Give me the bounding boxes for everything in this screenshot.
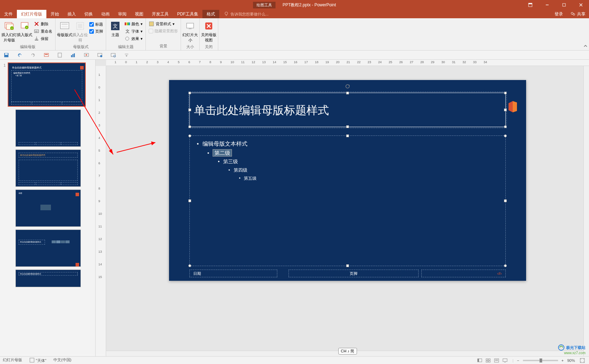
rotation-handle[interactable] bbox=[345, 84, 350, 89]
slideshow-button[interactable] bbox=[501, 357, 509, 364]
tab-file[interactable]: 文件 bbox=[0, 10, 17, 18]
qat-btn-6[interactable] bbox=[70, 52, 77, 59]
vertical-ruler[interactable]: 10123456789101112131415 bbox=[96, 66, 106, 356]
insert-slide-master-button[interactable]: + 插入幻灯片母版 bbox=[1, 19, 17, 44]
resize-handle-s[interactable] bbox=[346, 125, 349, 128]
slide-size-button[interactable]: 幻灯片大小 bbox=[182, 19, 198, 44]
title-checkbox[interactable]: 标题 bbox=[88, 21, 104, 28]
start-from-beginning-button[interactable] bbox=[83, 52, 90, 59]
body-level-2[interactable]: 第二级 bbox=[197, 149, 498, 158]
resize-handle-n[interactable] bbox=[346, 134, 349, 137]
fonts-button[interactable]: 文字体 ▾ bbox=[123, 28, 144, 35]
ribbon-display-options-button[interactable] bbox=[522, 0, 538, 10]
maximize-button[interactable] bbox=[556, 0, 572, 10]
hide-bg-checkbox[interactable]: 隐藏背景图形 bbox=[147, 28, 179, 34]
normal-view-button[interactable] bbox=[476, 357, 484, 364]
minimize-button[interactable] bbox=[539, 0, 555, 10]
login-button[interactable]: 登录 bbox=[551, 10, 567, 18]
master-layout-button[interactable]: 母版版式 bbox=[57, 19, 72, 44]
resize-handle-w[interactable] bbox=[188, 199, 191, 202]
layout-thumbnail[interactable]: 单击此处编辑母版标题样式 bbox=[15, 230, 81, 267]
slide-canvas-area[interactable]: 单击此处编辑母版标题样式 编辑母版文本样式 bbox=[106, 66, 589, 356]
qat-btn-8[interactable] bbox=[96, 52, 103, 59]
rename-button[interactable]: ab重命名 bbox=[32, 28, 54, 35]
share-button[interactable]: 共享 bbox=[567, 10, 589, 18]
resize-handle-s[interactable] bbox=[346, 264, 349, 267]
vertical-scrollbar[interactable] bbox=[583, 66, 589, 356]
status-font-theme[interactable]: "天体" bbox=[29, 357, 46, 363]
qat-btn-5[interactable] bbox=[56, 52, 63, 59]
resize-handle-ne[interactable] bbox=[504, 134, 507, 137]
body-level-3[interactable]: 第三级 bbox=[197, 158, 498, 166]
qat-customize-button[interactable] bbox=[123, 52, 130, 59]
undo-button[interactable] bbox=[16, 52, 23, 59]
office-logo-icon bbox=[506, 100, 520, 114]
body-level-5[interactable]: 第五级 bbox=[197, 174, 498, 183]
title-text[interactable]: 单击此处编辑母版标题样式 bbox=[190, 93, 505, 128]
background-styles-button[interactable]: 背景样式 ▾ bbox=[147, 20, 179, 27]
tab-insert[interactable]: 插入 bbox=[63, 10, 80, 18]
save-button[interactable] bbox=[3, 52, 10, 59]
layout-thumbnail[interactable] bbox=[15, 110, 81, 147]
zoom-in-button[interactable]: + bbox=[562, 358, 564, 363]
tab-pdf-tools[interactable]: PDF工具集 bbox=[173, 10, 202, 18]
insert-placeholder-button[interactable]: 插入占位符 bbox=[72, 19, 88, 44]
resize-handle-sw[interactable] bbox=[188, 125, 191, 128]
resize-handle-e[interactable] bbox=[504, 199, 507, 202]
master-thumbnail[interactable]: 单击此处编辑母版标题样式 编辑母版文本样式 • 第二级 bbox=[8, 62, 86, 107]
insert-layout-button[interactable]: + 插入版式 bbox=[17, 19, 32, 44]
tab-format[interactable]: 格式 bbox=[202, 10, 219, 18]
resize-handle-se[interactable] bbox=[504, 125, 507, 128]
slide-number-placeholder[interactable]: ‹#› bbox=[421, 270, 506, 277]
resize-handle-w[interactable] bbox=[188, 108, 191, 111]
tab-view[interactable]: 视图 bbox=[131, 10, 148, 18]
body-level-4[interactable]: 第四级 bbox=[197, 166, 498, 174]
layout-thumbnail[interactable]: 标题 bbox=[15, 190, 81, 227]
layout-thumbnail[interactable]: 单击此处编辑母版标题样式 bbox=[15, 270, 81, 287]
horizontal-ruler[interactable]: 2101234567891011121314151617181920212223… bbox=[106, 60, 589, 66]
footer-placeholder[interactable]: 页脚 bbox=[289, 270, 419, 277]
fit-to-window-button[interactable] bbox=[578, 357, 586, 364]
slide-master-canvas[interactable]: 单击此处编辑母版标题样式 编辑母版文本样式 bbox=[169, 80, 526, 281]
tab-developer[interactable]: 开发工具 bbox=[148, 10, 173, 18]
resize-handle-nw[interactable] bbox=[188, 92, 191, 94]
delete-button[interactable]: 删除 bbox=[32, 20, 54, 27]
layout-thumbnail[interactable]: 单击此处编辑母版标题样式 bbox=[15, 150, 81, 187]
qat-btn-9[interactable] bbox=[110, 52, 117, 59]
preserve-button[interactable]: 保留 bbox=[32, 35, 54, 42]
ime-indicator[interactable]: CH ♪ 简 bbox=[338, 348, 357, 355]
close-master-label: 关闭母版视图 bbox=[201, 32, 216, 43]
slide-master-thumbnail-panel[interactable]: 1 单击此处编辑母版标题样式 编辑母版文本样式 • 第二级 单击此处编辑母 bbox=[0, 60, 96, 356]
tell-me-search[interactable]: 告诉我您想要做什么... bbox=[219, 10, 273, 18]
close-button[interactable] bbox=[573, 0, 589, 10]
zoom-out-button[interactable]: − bbox=[517, 358, 519, 363]
date-placeholder[interactable]: 日期 bbox=[189, 270, 277, 277]
reading-view-button[interactable] bbox=[493, 357, 500, 364]
close-master-view-button[interactable]: 关闭母版视图 bbox=[201, 19, 216, 44]
redo-button[interactable] bbox=[30, 52, 37, 59]
slide-sorter-button[interactable] bbox=[484, 357, 492, 364]
colors-button[interactable]: 颜色 ▾ bbox=[123, 20, 144, 27]
footer-checkbox[interactable]: 页脚 bbox=[88, 28, 104, 35]
tab-home[interactable]: 开始 bbox=[46, 10, 63, 18]
effects-button[interactable]: 效果 ▾ bbox=[123, 35, 144, 42]
qat-btn-4[interactable] bbox=[43, 52, 50, 59]
tab-slide-master[interactable]: 幻灯片母版 bbox=[17, 10, 46, 18]
resize-handle-n[interactable] bbox=[346, 92, 349, 94]
resize-handle-sw[interactable] bbox=[188, 264, 191, 267]
resize-handle-ne[interactable] bbox=[504, 92, 507, 94]
resize-handle-nw[interactable] bbox=[188, 134, 191, 137]
slide-master-icon: + bbox=[4, 20, 15, 32]
title-placeholder[interactable]: 单击此处编辑母版标题样式 bbox=[189, 93, 506, 127]
body-level-1[interactable]: 编辑母版文本样式 bbox=[197, 139, 498, 149]
zoom-level[interactable]: 90% bbox=[567, 358, 575, 363]
collapse-ribbon-button[interactable] bbox=[582, 18, 589, 50]
resize-handle-se[interactable] bbox=[504, 264, 507, 267]
content-placeholder[interactable]: 编辑母版文本样式 第二级 第三级 第四级 第五级 bbox=[189, 135, 506, 266]
themes-button[interactable]: 文 主题 bbox=[108, 19, 123, 44]
tab-transitions[interactable]: 切换 bbox=[80, 10, 97, 18]
tab-review[interactable]: 审阅 bbox=[114, 10, 131, 18]
status-language[interactable]: 中文(中国) bbox=[53, 357, 71, 363]
zoom-slider[interactable] bbox=[523, 360, 558, 361]
tab-animations[interactable]: 动画 bbox=[97, 10, 114, 18]
